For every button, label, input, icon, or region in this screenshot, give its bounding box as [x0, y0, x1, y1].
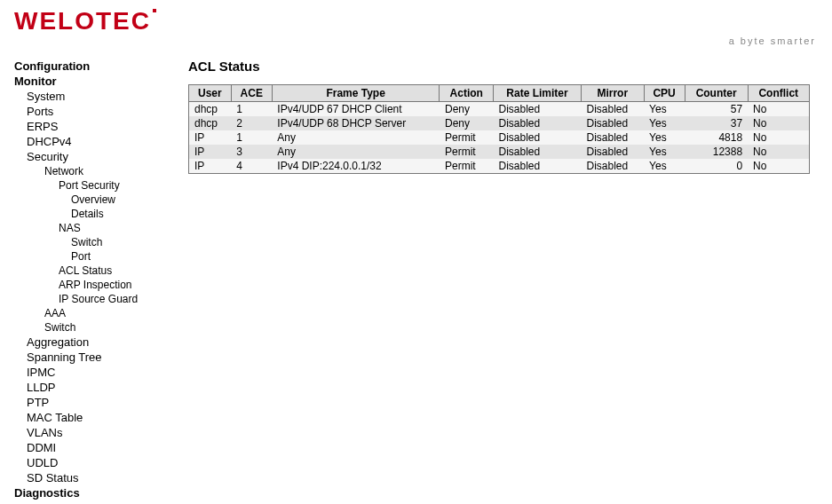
table-cell-rate: Disabled [494, 116, 582, 130]
table-cell-mirror: Disabled [582, 116, 645, 130]
table-cell-cpu: Yes [644, 159, 685, 174]
nav-item[interactable]: UDLD [14, 455, 183, 470]
nav-item[interactable]: Port [14, 249, 183, 264]
table-column-header: Rate Limiter [494, 85, 582, 102]
table-row: IP1AnyPermitDisabledDisabledYes4818No [189, 130, 810, 145]
nav-item[interactable]: Network [14, 164, 183, 178]
table-header-row: UserACEFrame TypeActionRate LimiterMirro… [189, 85, 810, 102]
table-column-header: Mirror [582, 85, 645, 102]
nav-item[interactable]: ACL Status [14, 264, 183, 278]
nav-item[interactable]: IPMC [14, 365, 183, 380]
brand-tagline: a byte smarter [729, 35, 818, 46]
nav-item[interactable]: LLDP [14, 380, 183, 395]
nav-item[interactable]: Port Security [14, 178, 183, 193]
table-cell-rate: Disabled [494, 130, 582, 145]
nav-item[interactable]: SD Status [14, 470, 183, 485]
nav-group[interactable]: Configuration [14, 59, 183, 74]
header-bar: WELOTEC a byte smarter [0, 0, 832, 50]
table-cell-cpu: Yes [644, 130, 685, 145]
table-cell-ace: 2 [231, 116, 272, 130]
table-column-header: User [189, 85, 232, 102]
nav-item[interactable]: NAS [14, 221, 183, 235]
table-cell-mirror: Disabled [582, 145, 645, 159]
table-cell-ace: 4 [231, 159, 272, 174]
nav-item[interactable]: AAA [14, 306, 183, 320]
table-cell-ace: 1 [231, 130, 272, 145]
table-cell-cpu: Yes [644, 116, 685, 130]
table-cell-conflict: No [748, 159, 809, 174]
nav-item[interactable]: VLANs [14, 425, 183, 440]
nav-item[interactable]: Security [14, 149, 183, 164]
table-cell-rate: Disabled [494, 159, 582, 174]
table-cell-frame: IPv4/UDP 68 DHCP Server [272, 116, 440, 130]
nav-item[interactable]: DHCPv4 [14, 134, 183, 149]
table-cell-conflict: No [748, 102, 809, 117]
nav-item[interactable]: System [14, 89, 183, 104]
nav-item[interactable]: Aggregation [14, 335, 183, 350]
table-cell-action: Permit [440, 159, 494, 174]
table-row: IP3AnyPermitDisabledDisabledYes12388No [189, 145, 810, 159]
nav-item[interactable]: PTP [14, 395, 183, 410]
table-cell-action: Deny [440, 102, 494, 117]
table-row: dhcp1IPv4/UDP 67 DHCP ClientDenyDisabled… [189, 102, 810, 117]
brand-logo: WELOTEC a byte smarter [14, 9, 818, 46]
table-cell-counter: 0 [685, 159, 748, 174]
brand-logo-text: WELOTEC [14, 9, 156, 34]
table-cell-action: Permit [440, 130, 494, 145]
acl-status-table: UserACEFrame TypeActionRate LimiterMirro… [188, 84, 810, 174]
nav-group[interactable]: Maintenance [14, 500, 183, 504]
nav-item[interactable]: ARP Inspection [14, 278, 183, 292]
table-cell-rate: Disabled [494, 102, 582, 117]
table-cell-mirror: Disabled [582, 159, 645, 174]
table-column-header: Action [440, 85, 494, 102]
table-cell-ace: 1 [231, 102, 272, 117]
table-column-header: Counter [685, 85, 748, 102]
table-cell-frame: Any [272, 130, 440, 145]
table-cell-ace: 3 [231, 145, 272, 159]
nav-item[interactable]: Spanning Tree [14, 350, 183, 365]
table-cell-frame: Any [272, 145, 440, 159]
table-cell-frame: IPv4 DIP:224.0.0.1/32 [272, 159, 440, 174]
page-title: ACL Status [188, 59, 818, 74]
nav-item[interactable]: Ports [14, 104, 183, 119]
nav-item[interactable]: ERPS [14, 119, 183, 134]
logo-dot-icon [153, 9, 156, 12]
table-cell-user: IP [189, 130, 232, 145]
table-cell-counter: 37 [685, 116, 748, 130]
table-cell-user: IP [189, 159, 232, 174]
table-cell-conflict: No [748, 130, 809, 145]
table-column-header: Conflict [748, 85, 809, 102]
nav-item[interactable]: Details [14, 207, 183, 221]
table-cell-mirror: Disabled [582, 130, 645, 145]
table-column-header: CPU [644, 85, 685, 102]
table-column-header: Frame Type [272, 85, 440, 102]
table-cell-cpu: Yes [644, 145, 685, 159]
table-cell-cpu: Yes [644, 102, 685, 117]
table-cell-user: dhcp [189, 102, 232, 117]
table-cell-counter: 4818 [685, 130, 748, 145]
table-cell-conflict: No [748, 145, 809, 159]
nav-item[interactable]: Switch [14, 320, 183, 335]
table-cell-rate: Disabled [494, 145, 582, 159]
nav-item[interactable]: MAC Table [14, 410, 183, 425]
table-row: dhcp2IPv4/UDP 68 DHCP ServerDenyDisabled… [189, 116, 810, 130]
table-cell-counter: 12388 [685, 145, 748, 159]
nav-group[interactable]: Diagnostics [14, 485, 183, 500]
nav-item[interactable]: Overview [14, 193, 183, 207]
table-cell-user: dhcp [189, 116, 232, 130]
table-cell-action: Permit [440, 145, 494, 159]
nav-item[interactable]: DDMI [14, 440, 183, 455]
nav-item[interactable]: Switch [14, 235, 183, 249]
table-cell-counter: 57 [685, 102, 748, 117]
table-row: IP4IPv4 DIP:224.0.0.1/32PermitDisabledDi… [189, 159, 810, 174]
nav-group[interactable]: Monitor [14, 74, 183, 89]
table-cell-action: Deny [440, 116, 494, 130]
table-cell-user: IP [189, 145, 232, 159]
nav-item[interactable]: IP Source Guard [14, 292, 183, 306]
table-cell-conflict: No [748, 116, 809, 130]
table-column-header: ACE [231, 85, 272, 102]
navigation-sidebar: ConfigurationMonitorSystemPortsERPSDHCPv… [14, 59, 183, 504]
table-cell-frame: IPv4/UDP 67 DHCP Client [272, 102, 440, 117]
table-cell-mirror: Disabled [582, 102, 645, 117]
content-pane: ACL Status UserACEFrame TypeActionRate L… [183, 59, 818, 504]
